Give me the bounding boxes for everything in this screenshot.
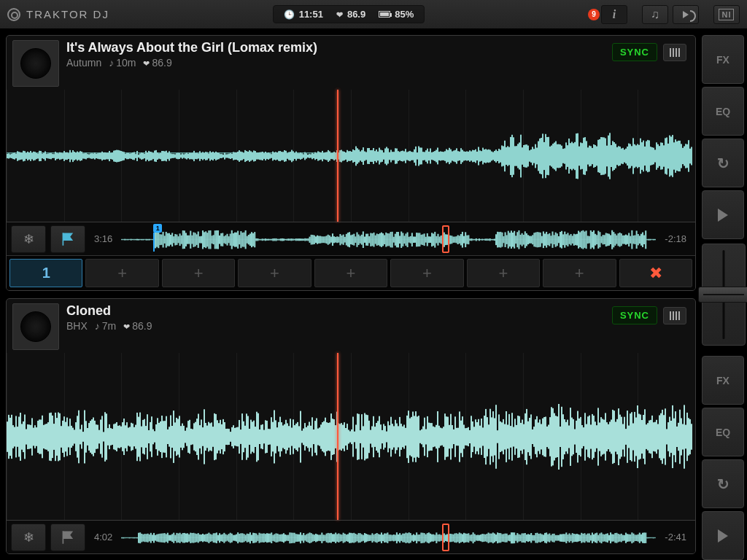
svg-rect-758 — [425, 150, 427, 162]
svg-rect-680 — [311, 152, 313, 159]
crossfader-handle[interactable] — [698, 287, 747, 303]
hotcue-4[interactable]: + — [238, 259, 311, 287]
notification-badge[interactable]: 9 — [588, 9, 600, 20]
svg-rect-1013 — [230, 233, 231, 245]
svg-rect-842 — [548, 136, 549, 175]
deck-a-play-button[interactable] — [702, 190, 744, 239]
hotcue-1[interactable]: 1 — [9, 259, 82, 287]
deck-a-view-button[interactable] — [663, 44, 686, 61]
svg-rect-1396 — [157, 418, 158, 456]
svg-rect-1957 — [416, 532, 417, 543]
deck-b-play-button[interactable] — [702, 511, 744, 560]
svg-rect-921 — [663, 145, 665, 166]
cue-marker[interactable]: 1 — [153, 224, 162, 233]
deck-b-freeze-button[interactable] — [11, 524, 46, 551]
svg-rect-1395 — [155, 424, 157, 449]
svg-rect-709 — [354, 150, 355, 162]
svg-rect-1899 — [328, 532, 329, 542]
svg-rect-1361 — [106, 413, 107, 459]
deck-a-eq-button[interactable]: EQ — [702, 87, 744, 136]
svg-rect-1913 — [349, 532, 350, 542]
deck-a-sync-button[interactable]: SYNC — [612, 43, 657, 61]
deck-b-sync-button[interactable]: SYNC — [612, 306, 657, 324]
deck-b-fx-button[interactable]: FX — [702, 356, 744, 405]
deck-b-overview[interactable] — [121, 526, 656, 548]
deck-b-cue-flag-button[interactable] — [50, 524, 85, 551]
svg-rect-1754 — [679, 409, 681, 463]
svg-rect-1508 — [320, 424, 322, 448]
loop-icon — [717, 155, 729, 172]
svg-rect-1608 — [466, 427, 468, 445]
svg-rect-816 — [510, 136, 511, 174]
svg-rect-1505 — [316, 418, 317, 455]
deck-b-loop-button[interactable] — [702, 459, 744, 508]
svg-rect-1484 — [285, 419, 287, 453]
svg-rect-975 — [171, 233, 173, 246]
svg-rect-652 — [271, 154, 272, 158]
deck-a-overview[interactable]: 1 — [121, 228, 656, 250]
svg-rect-974 — [170, 234, 171, 244]
hotcue-8[interactable]: + — [543, 259, 616, 287]
svg-rect-2062 — [576, 534, 578, 542]
deck-a-waveform[interactable] — [7, 90, 695, 222]
svg-rect-1467 — [260, 424, 262, 448]
hotcue-6[interactable]: + — [390, 259, 463, 287]
hotcue-5[interactable]: + — [314, 259, 387, 287]
svg-rect-1350 — [90, 421, 91, 453]
svg-rect-1248 — [589, 236, 590, 243]
svg-rect-1276 — [632, 230, 633, 249]
svg-rect-1407 — [173, 411, 174, 463]
svg-rect-870 — [589, 147, 590, 165]
svg-rect-1216 — [540, 232, 541, 246]
deck-a-overview-position[interactable] — [442, 225, 449, 253]
crossfader[interactable] — [702, 244, 746, 346]
browser-button[interactable] — [642, 5, 668, 24]
svg-rect-1349 — [88, 423, 90, 451]
svg-rect-1366 — [113, 424, 115, 449]
hotcue-2[interactable]: + — [85, 259, 158, 287]
svg-rect-1546 — [376, 423, 377, 451]
svg-rect-1940 — [390, 534, 392, 541]
svg-rect-788 — [469, 150, 471, 162]
deck-b-eq-button[interactable]: EQ — [702, 408, 744, 456]
svg-rect-707 — [351, 152, 352, 160]
svg-rect-2019 — [511, 532, 512, 543]
svg-rect-1451 — [237, 427, 239, 446]
svg-rect-1663 — [546, 426, 548, 446]
hotcue-delete[interactable]: ✖ — [619, 259, 692, 287]
svg-rect-2066 — [583, 533, 584, 542]
svg-rect-575 — [158, 153, 160, 158]
deck-a-loop-button[interactable] — [702, 139, 744, 187]
svg-rect-1147 — [435, 231, 436, 247]
svg-rect-1836 — [231, 533, 233, 542]
deck-b-artwork[interactable] — [12, 303, 59, 350]
svg-rect-2055 — [566, 532, 568, 543]
deck-a-cue-flag-button[interactable] — [50, 225, 85, 253]
svg-rect-1604 — [460, 420, 462, 453]
deck-a-fx-button[interactable]: FX — [702, 35, 744, 84]
svg-rect-1034 — [262, 238, 263, 241]
deck-b-overview-position[interactable] — [442, 524, 449, 551]
svg-rect-1688 — [583, 427, 584, 446]
info-button[interactable] — [601, 5, 627, 24]
svg-rect-871 — [590, 146, 592, 166]
svg-rect-1388 — [145, 426, 147, 448]
deck-b-waveform[interactable] — [7, 353, 695, 520]
ni-logo-button[interactable]: NI — [713, 5, 740, 24]
svg-rect-902 — [635, 145, 637, 166]
svg-rect-1189 — [498, 232, 500, 247]
svg-rect-1334 — [66, 417, 68, 456]
svg-rect-730 — [384, 148, 386, 163]
deck-b-view-button[interactable] — [663, 307, 686, 324]
deck-a-artwork[interactable] — [12, 40, 59, 87]
hotcue-7[interactable]: + — [467, 259, 540, 287]
svg-rect-1061 — [303, 238, 304, 241]
deck-a-freeze-button[interactable] — [11, 225, 46, 253]
svg-rect-1892 — [317, 534, 318, 541]
svg-rect-1582 — [428, 422, 430, 451]
svg-rect-1348 — [87, 428, 88, 446]
volume-button[interactable] — [673, 5, 699, 24]
svg-rect-608 — [206, 152, 208, 160]
hotcue-3[interactable]: + — [162, 259, 235, 287]
svg-rect-635 — [246, 151, 247, 161]
